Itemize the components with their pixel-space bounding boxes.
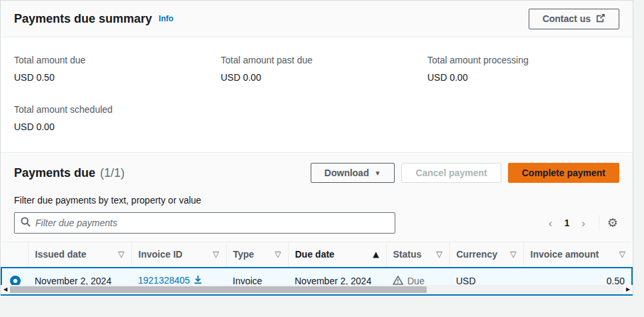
previous-page-button[interactable]: ‹ (542, 216, 559, 230)
column-header-type[interactable]: Type▽ (226, 242, 288, 268)
select-all-column-header (1, 242, 28, 268)
contact-us-button[interactable]: Contact us (529, 9, 619, 29)
filter-icon[interactable]: ▽ (118, 250, 124, 259)
pagination: ‹ 1 › ⚙ (542, 215, 619, 231)
contact-us-label: Contact us (543, 13, 591, 24)
payments-actions: Download ▼ Cancel payment Complete payme… (311, 163, 619, 183)
table-header-row: Issued date▽ Invoice ID▽ Type▽ Due date▲… (1, 242, 632, 268)
payments-due-title: Payments due (14, 166, 95, 180)
scrollbar-track[interactable] (10, 285, 623, 294)
filter-search-box[interactable] (14, 212, 395, 234)
filter-icon[interactable]: ▽ (436, 250, 442, 259)
pagination-divider (599, 215, 599, 231)
cancel-payment-button[interactable]: Cancel payment (401, 163, 501, 183)
column-header-status[interactable]: Status▽ (386, 242, 449, 268)
download-icon[interactable] (193, 275, 203, 286)
filter-icon[interactable]: ▽ (275, 250, 281, 259)
stat-label: Total amount scheduled (14, 103, 221, 116)
summary-header: Payments due summary Info Contact us (1, 1, 633, 37)
column-header-due-date[interactable]: Due date▲ (288, 242, 386, 268)
sort-ascending-icon[interactable]: ▲ (373, 250, 379, 259)
stat-label: Total amount processing (427, 53, 619, 67)
search-icon (21, 217, 31, 229)
download-label: Download (325, 168, 369, 178)
info-link[interactable]: Info (159, 14, 173, 23)
scroll-right-icon[interactable]: ▶ (623, 285, 633, 294)
filter-input[interactable] (35, 218, 389, 228)
download-button[interactable]: Download ▼ (311, 163, 395, 183)
scrollbar-thumb[interactable] (10, 286, 427, 293)
stat-total-processing: Total amount processing USD 0.00 (427, 53, 619, 84)
stat-total-due: Total amount due USD 0.50 (14, 53, 221, 84)
settings-gear-icon[interactable]: ⚙ (606, 217, 619, 229)
payments-due-count: (1/1) (100, 166, 125, 180)
column-header-currency[interactable]: Currency▽ (449, 242, 523, 268)
external-link-icon (596, 13, 605, 25)
stat-value: USD 0.00 (221, 71, 427, 84)
filter-icon[interactable]: ▽ (213, 250, 219, 259)
summary-title: Payments due summary (14, 12, 152, 26)
scroll-left-icon[interactable]: ◀ (1, 285, 10, 294)
column-header-issued-date[interactable]: Issued date▽ (28, 242, 131, 268)
stat-label: Total amount past due (221, 53, 427, 67)
stat-label: Total amount due (14, 53, 221, 67)
next-page-button[interactable]: › (575, 216, 592, 230)
page: { "summary": { "title": "Payments due su… (0, 0, 644, 317)
summary-stats: Total amount due USD 0.50 Total amount p… (1, 37, 633, 152)
column-header-invoice-amount[interactable]: Invoice amount▽ (523, 242, 632, 268)
horizontal-scrollbar[interactable]: ◀ ▶ (1, 285, 633, 294)
filter-label: Filter due payments by text, property or… (14, 194, 619, 207)
payments-due-header: Payments due (1/1) Download ▼ Cancel pay… (1, 152, 633, 242)
payments-due-card: Payments due summary Info Contact us Tot… (0, 0, 633, 295)
stat-total-past-due: Total amount past due USD 0.00 (221, 53, 427, 84)
stat-value: USD 0.50 (14, 71, 221, 84)
complete-payment-button[interactable]: Complete payment (508, 163, 619, 183)
page-number[interactable]: 1 (559, 218, 575, 228)
chevron-down-icon: ▼ (374, 170, 381, 177)
stat-total-scheduled: Total amount scheduled USD 0.00 (14, 103, 221, 133)
column-header-invoice-id[interactable]: Invoice ID▽ (131, 242, 226, 268)
stat-value: USD 0.00 (427, 71, 619, 84)
filter-icon[interactable]: ▽ (510, 250, 516, 259)
filter-icon[interactable]: ▽ (619, 250, 625, 259)
stat-value: USD 0.00 (14, 120, 221, 133)
